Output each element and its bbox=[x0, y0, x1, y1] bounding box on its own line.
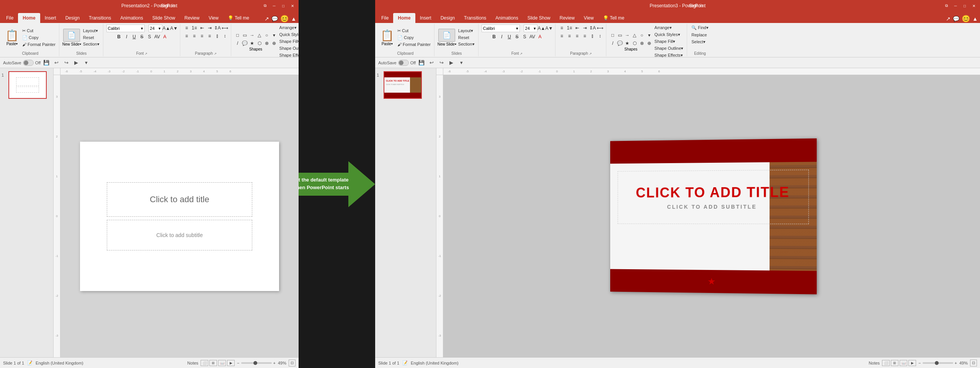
left-direction-button[interactable]: ⇕A bbox=[214, 25, 221, 31]
right-cut-button[interactable]: ✂ Cut bbox=[396, 28, 432, 34]
right-copy-button[interactable]: 📄 Copy bbox=[396, 34, 432, 41]
left-slide-canvas[interactable]: Click to add title Click to add subtitle bbox=[80, 142, 279, 291]
right-layout-button[interactable]: Layout▾ bbox=[457, 28, 476, 34]
right-tab-view[interactable]: View bbox=[579, 13, 598, 23]
right-italic-button[interactable]: I bbox=[498, 33, 505, 40]
left-collapse-ribbon-icon[interactable]: ▲ bbox=[291, 16, 296, 22]
right-size-dropdown[interactable]: 24▾ bbox=[524, 25, 537, 32]
right-direction-button[interactable]: ⇕A bbox=[589, 25, 596, 31]
right-tab-home[interactable]: Home bbox=[393, 13, 415, 23]
left-slide-1-thumb[interactable] bbox=[8, 71, 47, 99]
left-zoom-in-button[interactable]: + bbox=[273, 361, 276, 365]
right-minimize-button[interactable]: ─ bbox=[952, 3, 959, 9]
left-paste-button[interactable]: 📋 Paste▾ bbox=[4, 28, 20, 47]
right-align-right-button[interactable]: ≡ bbox=[574, 33, 581, 39]
left-comments-icon[interactable]: 💬 bbox=[271, 16, 278, 22]
left-shape-hex[interactable]: ⬡ bbox=[256, 40, 263, 47]
right-tab-tellme[interactable]: 💡Tell me bbox=[598, 13, 629, 23]
left-more-qat-button[interactable]: ▾ bbox=[82, 59, 90, 67]
left-restore-icon[interactable]: ⧉ bbox=[262, 3, 268, 9]
left-undo-qat-button[interactable]: ↩ bbox=[52, 59, 60, 67]
left-bullets-button[interactable]: ≡ bbox=[183, 25, 190, 31]
template-title-area[interactable]: CLICK TO ADD TITLE CLICK TO ADD SUBTITLE bbox=[617, 170, 808, 224]
right-shapes-more[interactable]: ▾ bbox=[646, 32, 653, 39]
right-slide-sorter-button[interactable]: ⊞ bbox=[891, 360, 898, 366]
right-tab-animations[interactable]: Animations bbox=[491, 13, 523, 23]
right-maximize-button[interactable]: □ bbox=[962, 3, 968, 9]
right-increase-font-button[interactable]: A▲ bbox=[538, 25, 545, 32]
left-sign-in-link[interactable]: Sign in bbox=[161, 3, 175, 8]
left-shape-circle[interactable]: ○ bbox=[263, 32, 270, 39]
left-tab-review[interactable]: Review bbox=[180, 13, 204, 23]
right-tab-insert[interactable]: Insert bbox=[415, 13, 436, 23]
left-shape-tri[interactable]: △ bbox=[256, 32, 263, 39]
right-zoom-in-button[interactable]: + bbox=[955, 361, 957, 365]
left-underline-button[interactable]: U bbox=[131, 33, 138, 40]
right-arrange-button[interactable]: Arrange▾ bbox=[653, 25, 685, 31]
right-reading-view-button[interactable]: 📖 bbox=[900, 360, 907, 366]
right-notes-icon[interactable]: 📝 bbox=[402, 360, 408, 365]
right-shape-outline-button[interactable]: Shape Outline▾ bbox=[653, 45, 685, 52]
right-format-painter-button[interactable]: 🖌 Format Painter bbox=[396, 41, 432, 47]
left-fit-slide-button[interactable]: ⊡ bbox=[289, 360, 296, 366]
right-spacing-button[interactable]: AV bbox=[529, 33, 536, 40]
left-italic-button[interactable]: I bbox=[123, 33, 130, 40]
left-title-placeholder[interactable]: Click to add title bbox=[107, 182, 252, 217]
left-shape-callout[interactable]: 💬 bbox=[242, 40, 248, 47]
right-color-button[interactable]: A bbox=[537, 33, 544, 40]
left-normal-view-button[interactable]: ⬜ bbox=[201, 360, 208, 366]
left-slide-sorter-button[interactable]: ⊞ bbox=[209, 360, 217, 366]
right-autosave-toggle[interactable] bbox=[398, 60, 409, 66]
right-slide-1-thumb[interactable]: CLICK TO ADD TITLE CLICK TO ADD SUBTITLE bbox=[384, 71, 422, 99]
left-subtitle-placeholder[interactable]: Click to add subtitle bbox=[107, 220, 252, 250]
left-tab-home[interactable]: Home bbox=[18, 13, 40, 23]
right-new-slide-icon-area[interactable]: 📄 bbox=[438, 29, 455, 42]
left-tab-design[interactable]: Design bbox=[61, 13, 84, 23]
right-bullets-button[interactable]: ≡ bbox=[559, 25, 565, 31]
left-line-spacing-button[interactable]: ↕ bbox=[222, 33, 229, 39]
left-color-button[interactable]: A bbox=[162, 33, 168, 40]
left-spacing-button[interactable]: AV bbox=[154, 33, 161, 40]
right-indent-increase-button[interactable]: ⇥ bbox=[581, 25, 588, 31]
left-shape-rect[interactable]: □ bbox=[234, 32, 241, 39]
left-tab-insert[interactable]: Insert bbox=[40, 13, 61, 23]
right-shadow-button[interactable]: S bbox=[521, 33, 528, 40]
left-redo-qat-button[interactable]: ↪ bbox=[62, 59, 70, 67]
left-tab-transitions[interactable]: Transitions bbox=[84, 13, 116, 23]
right-underline-button[interactable]: U bbox=[506, 33, 513, 40]
right-zoom-level[interactable]: 49% bbox=[959, 361, 968, 365]
left-format-painter-button[interactable]: 🖌 Format Painter bbox=[21, 41, 57, 47]
left-tab-view[interactable]: View bbox=[204, 13, 223, 23]
left-reset-button[interactable]: Reset bbox=[82, 34, 101, 41]
right-paste-button[interactable]: 📋 Paste▾ bbox=[379, 28, 395, 47]
right-zoom-thumb[interactable] bbox=[935, 361, 939, 365]
left-save-qat-button[interactable]: 💾 bbox=[42, 59, 51, 67]
right-notes-button[interactable]: Notes bbox=[869, 361, 880, 365]
left-align-left-button[interactable]: ≡ bbox=[183, 33, 190, 39]
left-reading-view-button[interactable]: 📖 bbox=[218, 360, 226, 366]
right-slide-canvas[interactable]: CLICK TO ADD TITLE CLICK TO ADD SUBTITLE… bbox=[610, 138, 817, 294]
left-new-slide-icon-area[interactable]: 📄 bbox=[63, 29, 80, 42]
left-shape-rounded[interactable]: ▭ bbox=[242, 32, 248, 39]
right-section-button[interactable]: Section▾ bbox=[457, 41, 476, 47]
right-find-button[interactable]: 🔍 Find▾ bbox=[690, 25, 709, 31]
right-sign-in-link[interactable]: Sign in bbox=[689, 3, 703, 8]
left-zoom-slider[interactable] bbox=[241, 362, 272, 364]
left-close-button[interactable]: ✕ bbox=[289, 3, 296, 9]
left-decrease-font-button[interactable]: A▼ bbox=[171, 25, 178, 32]
left-share-icon[interactable]: ↗ bbox=[265, 16, 269, 22]
right-shape-rounded[interactable]: ▭ bbox=[617, 32, 624, 39]
right-paste-dropdown[interactable]: ▾ bbox=[391, 42, 393, 46]
left-shapes-more[interactable]: ▾ bbox=[271, 32, 278, 39]
right-shape-fill-button[interactable]: Shape Fill▾ bbox=[653, 38, 685, 45]
left-zoom-thumb[interactable] bbox=[253, 361, 257, 365]
left-zoom-out-button[interactable]: − bbox=[237, 361, 239, 365]
right-shape-rect[interactable]: □ bbox=[609, 32, 616, 39]
right-reset-button[interactable]: Reset bbox=[457, 34, 476, 41]
right-restore-icon[interactable]: ⧉ bbox=[943, 3, 949, 9]
right-shape-star[interactable]: ★ bbox=[624, 40, 631, 47]
left-size-dropdown[interactable]: 24▾ bbox=[149, 25, 162, 32]
template-main-title[interactable]: CLICK TO ADD TITLE bbox=[636, 184, 790, 201]
right-font-dropdown[interactable]: Calibri▾ bbox=[482, 25, 520, 32]
right-slideshow-button[interactable]: ▶ bbox=[908, 360, 916, 366]
